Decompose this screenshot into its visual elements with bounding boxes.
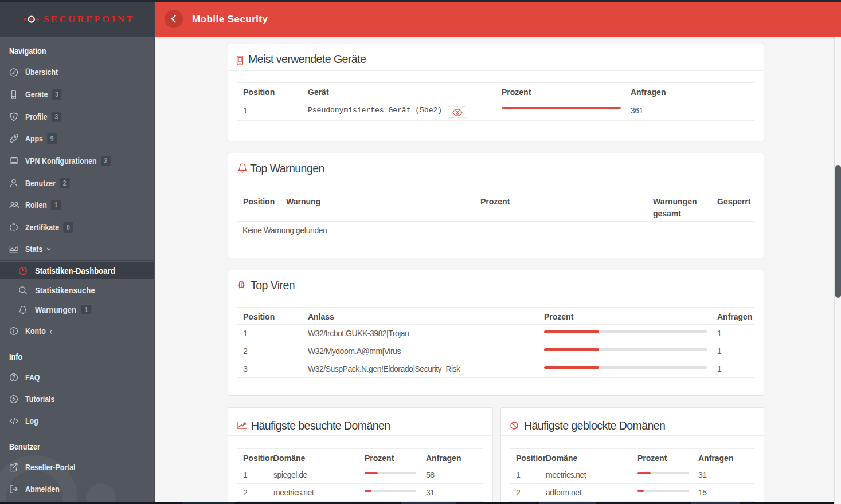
svg-text:SECUREPOINT: SECUREPOINT [44,14,135,25]
